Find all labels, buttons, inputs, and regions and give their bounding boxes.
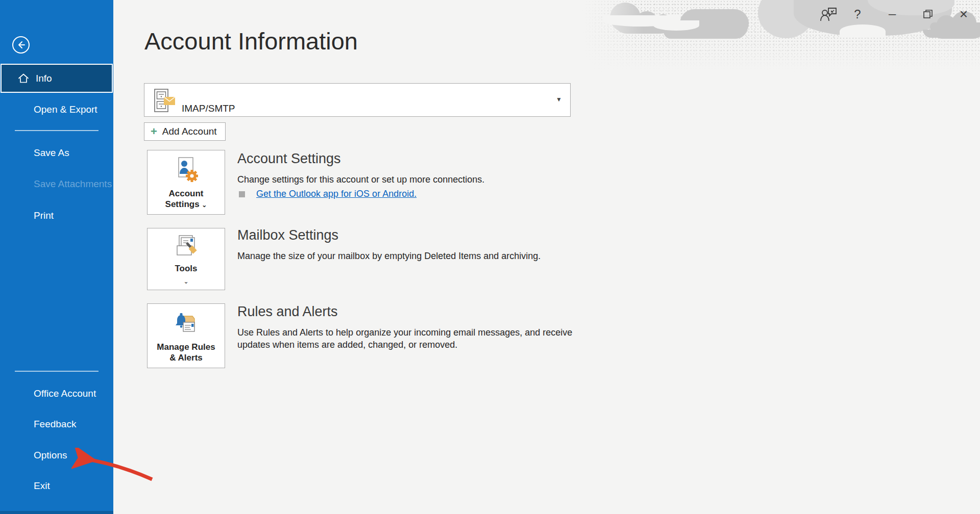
section-body-account-settings: Change settings for this account or set … [237, 173, 574, 186]
sidebar-item-label: Feedback [34, 419, 76, 430]
cloud-fade [582, 0, 643, 76]
sidebar-item-label: Options [34, 450, 67, 461]
page-title: Account Information [144, 27, 358, 55]
sidebar-divider [15, 130, 99, 131]
restore-icon [923, 9, 933, 19]
section-body-mailbox-settings: Manage the size of your mailbox by empty… [237, 250, 574, 262]
sidebar-item-save-as[interactable]: Save As [0, 142, 113, 164]
mailbox-account-icon [154, 88, 182, 113]
tools-button-label: Tools [148, 263, 225, 274]
sidebar-item-info[interactable]: Info [1, 64, 113, 93]
tools-button[interactable]: Tools ⌄ [147, 228, 225, 290]
sidebar-item-exit[interactable]: Exit [0, 475, 113, 497]
sidebar-divider [15, 371, 99, 372]
sidebar-item-options[interactable]: Options [0, 444, 113, 467]
sidebar-item-label: Open & Export [34, 104, 97, 115]
sidebar-item-label: Save Attachments [34, 178, 112, 190]
backstage-sidebar: Info Open & Export Save As Save Attachme… [0, 0, 113, 514]
section-body-rules-alerts: Use Rules and Alerts to help organize yo… [237, 326, 574, 351]
rules-icon [172, 310, 201, 339]
contact-support-button[interactable] [816, 4, 842, 24]
sidebar-item-label: Exit [34, 480, 50, 492]
cloud-carve [653, 20, 699, 31]
minimize-button[interactable]: ─ [882, 4, 902, 24]
sidebar-bottom-strip [0, 511, 113, 514]
home-icon [18, 73, 29, 84]
manage-rules-alerts-button[interactable]: Manage Rules & Alerts [147, 303, 225, 368]
section-heading-mailbox-settings: Mailbox Settings [237, 227, 338, 243]
close-button[interactable]: × [953, 4, 974, 24]
close-icon: × [960, 6, 968, 22]
restore-button[interactable] [918, 4, 938, 24]
add-account-button[interactable]: + Add Account [144, 122, 226, 141]
account-settings-button-label: Account Settings ⌄ [148, 187, 225, 210]
chevron-down-icon: ⌄ [202, 201, 207, 209]
sidebar-item-label: Print [34, 210, 54, 221]
help-icon: ? [854, 7, 861, 21]
sidebar-item-label: Office Account [34, 388, 96, 399]
section-heading-account-settings: Account Settings [237, 151, 341, 167]
cloud-carve [840, 24, 886, 38]
back-button[interactable] [12, 36, 30, 54]
sidebar-item-label: Save As [34, 147, 69, 159]
sidebar-item-save-attachments: Save Attachments [0, 173, 113, 195]
help-button[interactable]: ? [847, 4, 868, 24]
back-icon [16, 40, 26, 50]
account-settings-icon [173, 157, 200, 185]
manage-rules-alerts-button-label: Manage Rules & Alerts [148, 341, 225, 364]
add-account-label: Add Account [162, 126, 217, 137]
account-selector-value: IMAP/SMTP [182, 103, 235, 114]
tools-icon [172, 234, 201, 261]
caret-down-icon: ▼ [556, 96, 562, 103]
sidebar-item-open-export[interactable]: Open & Export [0, 98, 113, 121]
sidebar-item-print[interactable]: Print [0, 204, 113, 227]
feedback-person-icon [820, 6, 838, 22]
bullet-square-icon [239, 191, 245, 197]
sidebar-item-label: Info [36, 73, 52, 84]
section-heading-rules-alerts: Rules and Alerts [237, 304, 338, 320]
sidebar-item-feedback[interactable]: Feedback [0, 413, 113, 435]
get-outlook-app-link[interactable]: Get the Outlook app for iOS or Android. [256, 189, 416, 199]
sidebar-item-office-account[interactable]: Office Account [0, 382, 113, 405]
chevron-down-icon: ⌄ [148, 278, 225, 285]
outlook-app-bullet-row: Get the Outlook app for iOS or Android. [239, 189, 416, 199]
plus-icon: + [151, 126, 157, 137]
account-selector-dropdown[interactable]: IMAP/SMTP ▼ [144, 83, 571, 117]
minimize-icon: ─ [889, 9, 896, 20]
account-settings-button[interactable]: Account Settings ⌄ [147, 150, 225, 215]
